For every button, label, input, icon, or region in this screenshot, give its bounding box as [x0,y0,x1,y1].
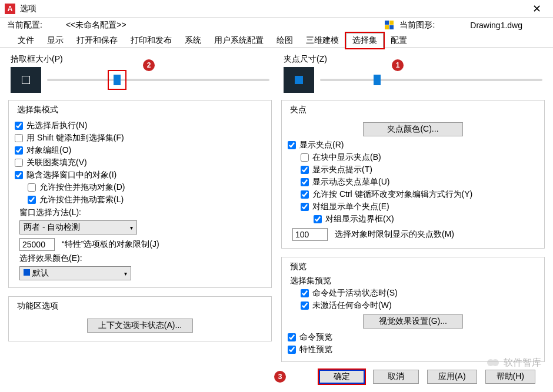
grip-preview [284,67,314,93]
pickbox-preview [11,67,41,93]
gripcolor-button[interactable]: 夹点颜色(C)... [363,122,463,136]
pickbox-title: 拾取框大小(P) [11,54,274,65]
chk-shiftadd[interactable]: 用 Shift 键添加到选择集(F) [15,133,265,143]
chk-ctrlcycle[interactable]: 允许按 Ctrl 键循环改变对象编辑方式行为(Y) [301,189,538,200]
chk-groupbbox[interactable]: 对组显示边界框(X) [314,214,538,225]
chk-pv-idle[interactable]: 未激活任何命令时(W) [301,300,538,311]
tabs: 文件 显示 打开和保存 打印和发布 系统 用户系统配置 绘图 三维建模 选择集 … [0,33,553,48]
svg-rect-2 [385,25,389,29]
gripsize-title: 夹点尺寸(Z) [284,54,547,65]
tab-file[interactable]: 文件 [12,33,40,48]
window-title: 选项 [20,4,525,14]
svg-rect-1 [389,21,394,25]
close-button[interactable]: ✕ [525,0,548,18]
chk-draglasso[interactable]: 允许按住并拖动套索(L) [28,195,265,205]
chk-griptips[interactable]: 显示夹点提示(T) [301,165,538,175]
tab-profiles[interactable]: 配置 [385,33,413,48]
griplimit-input[interactable]: 100 [292,228,328,241]
winsel-select[interactable]: 两者 - 自动检测▾ [19,220,137,234]
tab-system[interactable]: 系统 [179,33,207,48]
ok-button[interactable]: 确定 [319,370,365,384]
tab-userpref[interactable]: 用户系统配置 [208,33,269,48]
ribbon-title: 功能区选项 [15,301,61,311]
chk-hatch[interactable]: 关联图案填充(V) [15,158,265,168]
proplimit-label: “特性”选项板的对象限制(J) [62,239,159,250]
profile-label: 当前配置: [7,20,42,31]
ctxtab-button[interactable]: 上下文选项卡状态(A)... [87,319,193,333]
app-icon: A [5,4,15,14]
selmode-title: 选择集模式 [15,105,61,115]
chk-showgrips[interactable]: 显示夹点(R) [288,140,538,150]
chk-cmdpreview[interactable]: 命令预览 [288,332,538,343]
preview-sub: 选择集预览 [290,276,538,286]
tab-plot[interactable]: 打印和发布 [125,33,178,48]
griplimit-label: 选择对象时限制显示的夹点数(M) [335,229,454,240]
pickbox-slider[interactable] [47,75,269,85]
chk-pv-active[interactable]: 命令处于活动状态时(S) [301,288,538,299]
svg-point-5 [492,359,499,366]
chk-group[interactable]: 对象编组(O) [15,145,265,156]
chk-implied[interactable]: 隐含选择窗口中的对象(I) [15,170,265,180]
cancel-button[interactable]: 取消 [373,370,419,384]
chk-groupgrip[interactable]: 对组显示单个夹点(E) [301,202,538,212]
svg-rect-3 [389,25,394,29]
drawing-value: Drawing1.dwg [470,21,522,30]
preview-title: 预览 [288,262,309,272]
svg-rect-0 [385,21,389,25]
drawing-icon [384,20,395,31]
chk-nounpick[interactable]: 先选择后执行(N) [15,120,265,131]
help-button[interactable]: 帮助(H) [485,370,535,384]
apply-button[interactable]: 应用(A) [427,370,477,384]
tab-display[interactable]: 显示 [41,33,69,48]
chk-proppreview[interactable]: 特性预览 [288,344,538,355]
chk-gripblock[interactable]: 在块中显示夹点(B) [301,152,538,163]
badge-1: 1 [392,59,404,71]
winsel-label: 窗口选择方法(L): [19,207,265,218]
tab-draft[interactable]: 绘图 [271,33,299,48]
badge-3: 3 [274,371,286,383]
chk-gripmenu[interactable]: 显示动态夹点菜单(U) [301,177,538,187]
badge-2: 2 [143,59,155,71]
effcolor-label: 选择效果颜色(E): [19,253,265,264]
effcolor-select[interactable]: 默认▾ [19,266,131,280]
proplimit-input[interactable]: 25000 [19,238,55,251]
tab-3dmodel[interactable]: 三维建模 [300,33,345,48]
grip-slider[interactable] [320,75,542,85]
chk-dragobj[interactable]: 允许按住并拖动对象(D) [28,182,265,193]
grips-title: 夹点 [288,105,309,115]
profile-value: <<未命名配置>> [66,20,126,31]
watermark: 软件智库 [486,356,541,370]
tab-opensave[interactable]: 打开和保存 [71,33,124,48]
vfx-button[interactable]: 视觉效果设置(G)... [363,314,463,329]
tab-selection[interactable]: 选择集 [346,33,384,48]
drawing-label: 当前图形: [399,20,435,31]
